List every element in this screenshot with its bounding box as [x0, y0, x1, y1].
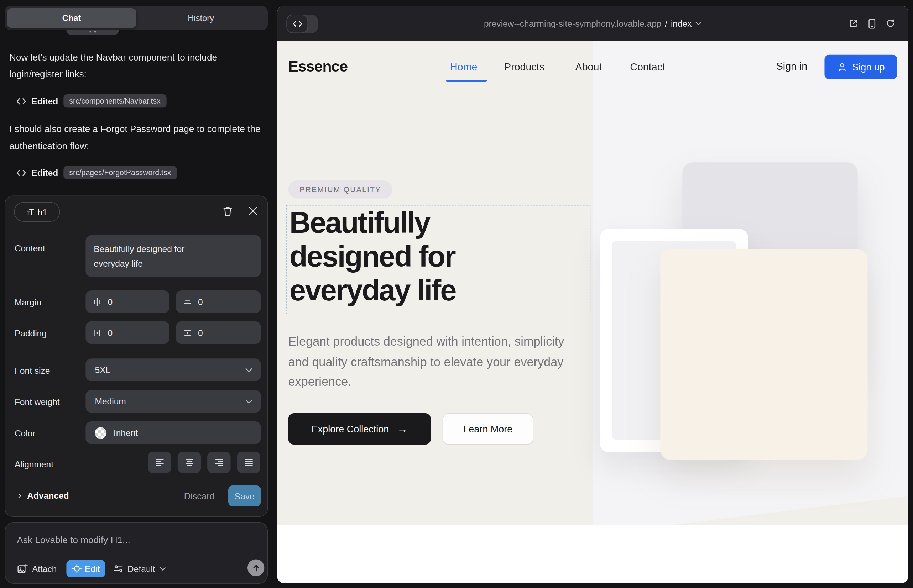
explore-collection-button[interactable]: Explore Collection →: [288, 413, 431, 444]
hero-section: Essence Home Products About Contact Sign…: [277, 41, 908, 525]
color-label: Color: [15, 428, 36, 438]
margin-horizontal-icon: [92, 297, 102, 307]
element-tag: h1: [37, 207, 47, 217]
assistant-message: I should also create a Forgot Password p…: [9, 121, 261, 154]
edit-label: Edit: [85, 564, 100, 574]
delete-element-button[interactable]: [223, 206, 233, 217]
margin-vertical-icon: [183, 297, 192, 307]
decorative-card-beige: [660, 249, 868, 460]
color-picker[interactable]: Inherit: [86, 422, 261, 444]
scrolled-chip-fragment: [66, 30, 118, 35]
align-left-button[interactable]: [148, 452, 171, 473]
arrow-right-icon: →: [397, 423, 407, 435]
open-external-icon[interactable]: [848, 18, 858, 29]
file-chip[interactable]: src/components/Navbar.tsx: [63, 94, 166, 108]
sidebar-tabbar: Chat History: [5, 6, 268, 30]
user-icon: [837, 62, 847, 72]
file-chip[interactable]: src/pages/ForgotPassword.tsx: [63, 166, 177, 179]
font-weight-label: Font weight: [15, 397, 60, 407]
app-root: Chat History Now let's update the Navbar…: [0, 0, 913, 588]
nav-link-home[interactable]: Home: [450, 61, 477, 73]
advanced-label: Advanced: [27, 491, 69, 501]
color-swatch: [95, 427, 107, 438]
signup-button[interactable]: Sign up: [824, 55, 897, 79]
mobile-preview-icon[interactable]: [868, 18, 876, 29]
refresh-icon[interactable]: [885, 18, 895, 29]
edited-file-row: Edited src/components/Navbar.tsx: [16, 94, 166, 108]
attach-image-icon: [17, 563, 28, 574]
crosshair-icon: [72, 564, 81, 573]
edited-label: Edited: [31, 96, 58, 106]
tab-chat[interactable]: Chat: [7, 8, 136, 28]
assistant-message: Now let's update the Navbar component to…: [9, 50, 261, 82]
nav-link-products[interactable]: Products: [504, 61, 544, 73]
nav-link-about[interactable]: About: [575, 61, 602, 73]
content-label: Content: [15, 244, 45, 254]
active-nav-underline: [446, 80, 487, 81]
code-icon: [16, 97, 26, 105]
align-center-button[interactable]: [178, 452, 201, 473]
align-justify-button[interactable]: [237, 452, 260, 473]
url-separator: /: [665, 18, 667, 29]
chevron-down-icon: [245, 368, 253, 372]
signin-link[interactable]: Sign in: [776, 60, 808, 73]
margin-y-input[interactable]: 0: [176, 291, 261, 313]
chevron-down-icon: [695, 22, 701, 26]
nav-link-contact[interactable]: Contact: [630, 61, 665, 73]
margin-x-value: 0: [108, 297, 113, 307]
site-logo[interactable]: Essence: [288, 58, 348, 76]
font-weight-select[interactable]: Medium: [86, 390, 261, 413]
padding-x-value: 0: [108, 328, 113, 338]
advanced-toggle[interactable]: › Advanced: [18, 489, 69, 501]
save-button[interactable]: Save: [228, 486, 261, 507]
alignment-label: Alignment: [15, 459, 53, 469]
chevron-down-icon: [159, 567, 165, 570]
margin-x-input[interactable]: 0: [86, 291, 169, 313]
explore-label: Explore Collection: [312, 423, 389, 435]
chat-sidebar: Chat History Now let's update the Navbar…: [0, 0, 272, 588]
content-input[interactable]: Beautifully designed for everyday life: [86, 235, 261, 277]
hero-paragraph: Elegant products designed with intention…: [288, 332, 570, 392]
signup-label: Sign up: [852, 61, 885, 73]
chevron-right-icon: ›: [18, 489, 21, 501]
preview-window: preview--charming-site-symphony.lovable.…: [277, 6, 908, 583]
url-page: index: [671, 18, 692, 29]
mode-label: Default: [128, 564, 155, 574]
align-right-button[interactable]: [207, 452, 230, 473]
font-size-select[interactable]: 5XL: [86, 359, 261, 381]
color-value: Inherit: [113, 428, 138, 438]
preview-toolbar: preview--charming-site-symphony.lovable.…: [277, 6, 908, 41]
send-button[interactable]: [248, 559, 264, 576]
url-domain: preview--charming-site-symphony.lovable.…: [484, 18, 662, 29]
font-weight-value: Medium: [95, 396, 126, 407]
toolbar-actions: [848, 6, 895, 41]
padding-x-input[interactable]: 0: [86, 321, 169, 344]
site-page: Essence Home Products About Contact Sign…: [277, 41, 908, 583]
margin-label: Margin: [15, 297, 41, 307]
edited-file-row: Edited src/pages/ForgotPassword.tsx: [16, 165, 177, 180]
headline-line: everyday life: [290, 274, 456, 307]
padding-y-input[interactable]: 0: [176, 321, 261, 344]
sliders-icon: [113, 564, 123, 573]
tab-history[interactable]: History: [136, 8, 265, 28]
close-panel-button[interactable]: [248, 206, 258, 216]
padding-label: Padding: [15, 328, 47, 338]
chevron-down-icon: [245, 399, 253, 404]
chat-composer: Ask Lovable to modify H1... Attach: [5, 522, 268, 584]
url-breadcrumb[interactable]: preview--charming-site-symphony.lovable.…: [277, 6, 908, 41]
font-size-value: 5XL: [95, 365, 111, 375]
mode-select[interactable]: Default: [113, 560, 165, 577]
learn-more-button[interactable]: Learn More: [443, 413, 533, 444]
padding-horizontal-icon: [92, 328, 102, 337]
attach-button[interactable]: Attach: [17, 560, 57, 577]
hero-headline[interactable]: Beautifully designed for everyday life: [290, 206, 456, 307]
composer-input[interactable]: Ask Lovable to modify H1...: [17, 535, 130, 545]
discard-button[interactable]: Discard: [184, 491, 215, 501]
edited-label: Edited: [31, 168, 58, 178]
element-editor-panel: тT h1 Content Beautifully designed for e…: [5, 195, 268, 517]
padding-y-value: 0: [198, 328, 203, 338]
code-icon: [16, 168, 26, 176]
selected-element-badge: тT h1: [14, 202, 60, 222]
headline-line: designed for: [290, 240, 456, 274]
edit-mode-button[interactable]: Edit: [66, 560, 105, 577]
